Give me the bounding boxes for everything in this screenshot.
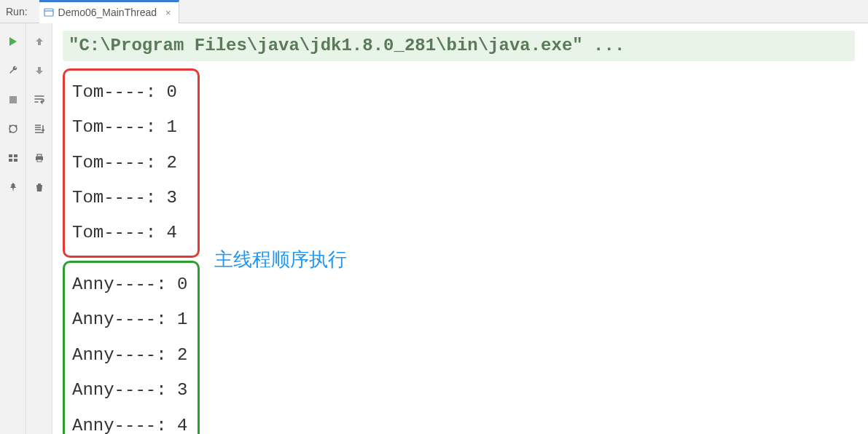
down-arrow-icon[interactable] xyxy=(31,63,47,79)
output-group-1: Tom----: 0 Tom----: 1 Tom----: 2 Tom----… xyxy=(63,68,200,258)
svg-rect-3 xyxy=(9,96,17,103)
svg-rect-0 xyxy=(44,9,53,16)
debug-restart-icon[interactable] xyxy=(5,121,21,137)
svg-rect-9 xyxy=(14,154,17,157)
left-toolbar-2 xyxy=(26,23,52,434)
wrench-icon[interactable] xyxy=(5,63,21,79)
output-group-2: Anny----: 0 Anny----: 1 Anny----: 2 Anny… xyxy=(63,261,200,434)
output-line: Anny----: 4 xyxy=(72,409,187,434)
output-line: Tom----: 3 xyxy=(72,181,187,216)
command-line: "C:\Program Files\java\jdk1.8.0_281\bin\… xyxy=(63,31,855,61)
rerun-button[interactable] xyxy=(5,33,21,50)
trash-icon[interactable] xyxy=(31,179,47,195)
svg-rect-15 xyxy=(37,159,42,162)
pin-icon[interactable] xyxy=(5,179,21,195)
soft-wrap-icon[interactable] xyxy=(31,92,47,108)
run-label: Run: xyxy=(6,6,28,17)
svg-marker-2 xyxy=(9,37,17,46)
close-icon[interactable]: × xyxy=(165,7,171,18)
output-line: Anny----: 0 xyxy=(72,267,187,302)
svg-point-7 xyxy=(9,131,11,133)
up-arrow-icon[interactable] xyxy=(31,33,47,50)
output-line: Anny----: 2 xyxy=(72,338,187,373)
tab-label: Demo06_MainThread xyxy=(58,7,157,18)
svg-rect-8 xyxy=(9,154,12,157)
scroll-to-end-icon[interactable] xyxy=(31,121,47,137)
run-tool-header: Run: Demo06_MainThread × xyxy=(0,0,868,23)
output-line: Tom----: 4 xyxy=(72,216,187,250)
output-line: Tom----: 2 xyxy=(72,146,187,181)
layout-icon[interactable] xyxy=(5,150,21,166)
svg-rect-14 xyxy=(37,154,42,157)
run-body: "C:\Program Files\java\jdk1.8.0_281\bin\… xyxy=(0,23,868,434)
svg-point-5 xyxy=(9,125,11,127)
svg-point-6 xyxy=(15,125,17,127)
console-output[interactable]: "C:\Program Files\java\jdk1.8.0_281\bin\… xyxy=(52,23,868,434)
output-boxes: Tom----: 0 Tom----: 1 Tom----: 2 Tom----… xyxy=(63,68,200,434)
print-icon[interactable] xyxy=(31,150,47,166)
svg-rect-10 xyxy=(9,159,12,162)
run-tab[interactable]: Demo06_MainThread × xyxy=(39,0,179,23)
stop-button[interactable] xyxy=(5,92,21,108)
left-toolbar-1 xyxy=(0,23,26,434)
annotation-text: 主线程顺序执行 xyxy=(214,246,347,272)
output-line: Tom----: 0 xyxy=(72,75,187,110)
output-line: Anny----: 3 xyxy=(72,373,187,408)
application-icon xyxy=(44,7,54,17)
output-line: Anny----: 1 xyxy=(72,302,187,337)
svg-rect-11 xyxy=(14,159,17,162)
output-line: Tom----: 1 xyxy=(72,110,187,145)
output-area: Tom----: 0 Tom----: 1 Tom----: 2 Tom----… xyxy=(63,68,858,434)
